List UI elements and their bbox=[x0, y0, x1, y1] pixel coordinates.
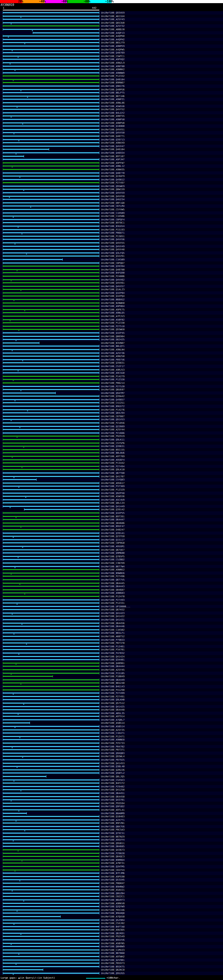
alignment-bar[interactable] bbox=[3, 886, 99, 887]
hit-label[interactable]: UniRef100_Q4VV62 bbox=[101, 278, 124, 281]
alignment-bar[interactable] bbox=[3, 445, 99, 447]
alignment-bar[interactable] bbox=[3, 179, 99, 180]
hit-label[interactable]: UniRef100_Q4VV50 bbox=[101, 131, 124, 134]
hit-label[interactable]: UniRef100_P12461 bbox=[101, 645, 124, 648]
alignment-bar[interactable] bbox=[3, 883, 99, 884]
hit-label[interactable]: UniRef100_Q41424 bbox=[101, 655, 124, 658]
alignment-bar[interactable] bbox=[3, 786, 99, 787]
hit-label[interactable]: UniRef100_A9NL86 bbox=[101, 102, 124, 104]
hit-label[interactable]: UniRef100_A4QPH2 bbox=[101, 38, 124, 41]
hit-label[interactable]: UniRef100_Q9FUD2 bbox=[101, 805, 124, 808]
alignment-bar[interactable] bbox=[3, 559, 99, 560]
hit-label[interactable]: UniRef100_A9NPZ1 bbox=[101, 98, 124, 101]
hit-label[interactable]: UniRef100_Q43673 bbox=[101, 849, 124, 851]
alignment-bar[interactable] bbox=[3, 576, 99, 577]
alignment-bar[interactable] bbox=[3, 686, 99, 687]
hit-label[interactable]: UniRef100_Q4VV48 bbox=[101, 248, 124, 251]
hit-label[interactable]: UniRef100_A5WSS6 bbox=[101, 105, 124, 108]
alignment-bar[interactable] bbox=[3, 803, 99, 804]
hit-label[interactable]: UniRef100_Q8H0W9 bbox=[101, 945, 124, 948]
alignment-bar[interactable] bbox=[3, 142, 99, 143]
alignment-bar[interactable] bbox=[3, 656, 99, 657]
alignment-bar[interactable] bbox=[3, 772, 99, 773]
hit-label[interactable]: UniRef100_A5BFB2 bbox=[101, 318, 124, 321]
hit-label[interactable]: UniRef100_Q93WL4 bbox=[101, 755, 124, 758]
hit-label[interactable]: UniRef100_Q1ALZ3 bbox=[101, 288, 124, 291]
alignment-bar[interactable] bbox=[3, 272, 99, 273]
alignment-bar[interactable] bbox=[3, 759, 99, 760]
alignment-bar[interactable] bbox=[3, 643, 99, 643]
alignment-bar[interactable] bbox=[3, 189, 99, 190]
hit-label[interactable]: UniRef100_P47032 bbox=[101, 652, 124, 655]
alignment-bar[interactable] bbox=[3, 726, 99, 727]
hit-label[interactable]: UniRef100_Q41449 bbox=[101, 505, 124, 508]
hit-label[interactable]: UniRef100_A9NT80 bbox=[101, 65, 124, 68]
alignment-bar[interactable] bbox=[3, 102, 99, 103]
alignment-bar[interactable] bbox=[3, 452, 99, 453]
alignment-bar[interactable] bbox=[3, 109, 99, 110]
hit-label[interactable]: UniRef100_Q1EPV5 bbox=[101, 512, 124, 514]
alignment-bar[interactable] bbox=[3, 89, 99, 90]
hit-label[interactable]: UniRef100_O04687 bbox=[101, 589, 124, 591]
hit-label[interactable]: UniRef100_Q4VV58 bbox=[101, 195, 124, 198]
hit-label[interactable]: UniRef100_P10049 bbox=[101, 675, 124, 678]
hit-label[interactable]: UniRef100_P12332 bbox=[101, 75, 124, 78]
alignment-bar[interactable] bbox=[3, 926, 99, 927]
hit-label[interactable]: UniRef100_Q4VV47 bbox=[101, 145, 124, 148]
alignment-bar[interactable] bbox=[3, 732, 99, 733]
alignment-bar[interactable] bbox=[3, 829, 99, 830]
hit-label[interactable]: UniRef100_O40247 bbox=[101, 528, 124, 531]
alignment-bar[interactable] bbox=[3, 639, 99, 640]
alignment-bar[interactable] bbox=[3, 676, 53, 677]
hit-label[interactable]: UniRef100_Q43701 bbox=[101, 799, 124, 801]
hit-label[interactable]: UniRef100_C6SYV4 bbox=[101, 869, 124, 872]
hit-label[interactable]: UniRef100_Q40184 bbox=[101, 78, 124, 81]
hit-label[interactable]: UniRef100_C0PQF4 bbox=[101, 218, 124, 221]
alignment-bar[interactable] bbox=[3, 703, 99, 704]
hit-label[interactable]: UniRef100_A9T769 bbox=[101, 455, 124, 458]
alignment-bar[interactable] bbox=[3, 39, 99, 40]
hit-label[interactable]: UniRef100_O64449 bbox=[101, 679, 124, 681]
hit-label[interactable]: UniRef100_Q9LKH0 bbox=[101, 698, 124, 701]
hit-label[interactable]: UniRef100_B6TN29 bbox=[101, 835, 124, 838]
hit-label[interactable]: UniRef100_Q06904 bbox=[101, 335, 124, 338]
alignment-bar[interactable] bbox=[3, 673, 99, 674]
hit-label[interactable]: UniRef100_A4QPK0 bbox=[101, 35, 124, 38]
alignment-bar[interactable] bbox=[3, 916, 61, 917]
hit-label[interactable]: UniRef100_Q4VV57 bbox=[101, 285, 124, 288]
alignment-bar[interactable] bbox=[3, 59, 99, 60]
hit-label[interactable]: UniRef100_Q67TD0 bbox=[101, 472, 124, 474]
alignment-bar[interactable] bbox=[3, 319, 99, 320]
alignment-bar[interactable] bbox=[3, 579, 99, 580]
alignment-bar[interactable] bbox=[3, 42, 99, 43]
hit-label[interactable]: UniRef100_A9PJH7 bbox=[101, 158, 124, 161]
alignment-bar[interactable] bbox=[3, 186, 99, 187]
hit-label[interactable]: UniRef100_Q8LJQ5 bbox=[101, 775, 124, 778]
alignment-bar[interactable] bbox=[3, 862, 99, 864]
alignment-bar[interactable] bbox=[3, 366, 99, 367]
alignment-bar[interactable] bbox=[3, 86, 99, 87]
hit-label[interactable]: UniRef100_Q39A42 bbox=[101, 395, 124, 398]
alignment-bar[interactable] bbox=[3, 542, 99, 543]
alignment-bar[interactable] bbox=[3, 293, 99, 293]
alignment-bar[interactable] bbox=[3, 232, 99, 233]
alignment-bar[interactable] bbox=[3, 169, 99, 170]
alignment-bar[interactable] bbox=[3, 406, 99, 407]
alignment-bar[interactable] bbox=[3, 305, 99, 307]
hit-label[interactable]: UniRef100_Q19UF9 bbox=[101, 175, 124, 178]
alignment-bar[interactable] bbox=[3, 903, 99, 904]
alignment-bar[interactable] bbox=[3, 329, 99, 330]
alignment-bar[interactable] bbox=[3, 743, 99, 744]
hit-label[interactable]: UniRef100_Q10HD0 bbox=[101, 125, 124, 127]
alignment-bar[interactable] bbox=[3, 146, 99, 147]
hit-label[interactable]: UniRef100_Q2QYW9 bbox=[101, 905, 124, 908]
alignment-bar[interactable] bbox=[3, 589, 99, 590]
hit-label[interactable]: UniRef100_B4FCF2 bbox=[101, 782, 124, 784]
hit-label[interactable]: UniRef100_Q9SWE9 bbox=[101, 185, 124, 188]
hit-label[interactable]: UniRef100_P13851 bbox=[101, 235, 124, 238]
alignment-bar[interactable] bbox=[3, 529, 99, 530]
alignment-bar[interactable] bbox=[3, 222, 99, 223]
hit-label[interactable]: UniRef100_Q41422 bbox=[101, 615, 124, 618]
alignment-bar[interactable] bbox=[3, 345, 99, 347]
hit-label[interactable]: UniRef100_P07371 bbox=[101, 748, 124, 751]
